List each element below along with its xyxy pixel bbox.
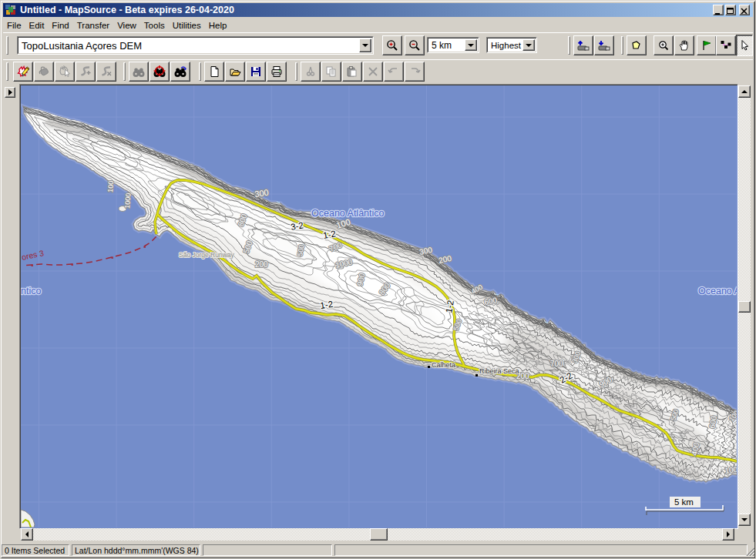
- svg-text:Oceano A: Oceano A: [698, 286, 737, 296]
- svg-text:1000: 1000: [123, 192, 133, 209]
- svg-text:300: 300: [254, 188, 270, 199]
- svg-text:Ribeira Seca: Ribeira Seca: [479, 367, 519, 375]
- svg-text:Calheta: Calheta: [432, 361, 455, 369]
- svg-text:100: 100: [106, 180, 115, 192]
- svg-text:1-2: 1-2: [320, 300, 334, 310]
- svg-text:São Jorge Runway: São Jorge Runway: [179, 251, 235, 259]
- svg-text:ntico: ntico: [21, 286, 41, 296]
- svg-text:200: 200: [255, 260, 268, 269]
- svg-text:100: 100: [724, 465, 737, 475]
- svg-text:700: 700: [550, 360, 563, 368]
- svg-text:5 km: 5 km: [674, 497, 694, 507]
